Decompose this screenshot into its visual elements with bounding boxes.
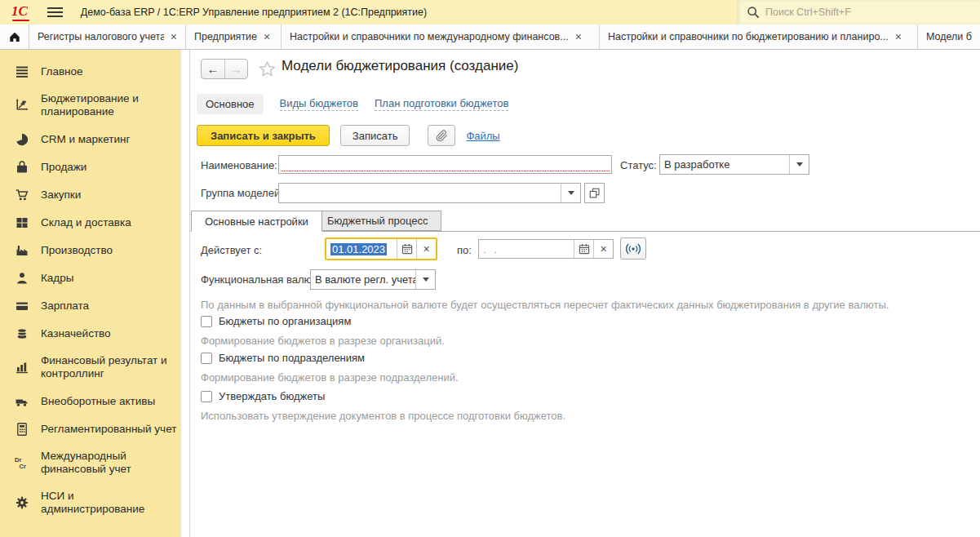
forward-button[interactable]: → — [224, 60, 247, 78]
sidebar-splitter[interactable] — [181, 50, 189, 537]
nav-item-budget-kinds[interactable]: Виды бюджетов — [280, 97, 358, 111]
name-input[interactable] — [279, 156, 611, 173]
search-input[interactable] — [765, 7, 980, 18]
main-menu-hamburger-icon[interactable] — [47, 7, 63, 17]
attach-files-button[interactable] — [428, 125, 455, 146]
periodicity-waves-icon — [626, 242, 641, 256]
factory-icon — [14, 243, 29, 258]
gear-icon — [14, 495, 29, 510]
sidebar-item-sales[interactable]: Продажи — [0, 153, 181, 181]
budget-chart-icon — [14, 98, 29, 113]
tab-budgeting-settings[interactable]: Настройки и справочники по бюджетировани… — [600, 24, 918, 49]
sidebar-item-assets[interactable]: Внеоборотные активы — [0, 388, 181, 415]
warehouse-grid-icon — [14, 215, 29, 230]
tab-budget-models[interactable]: Модели бю — [918, 24, 980, 49]
checkbox-hint: Формирование бюджетов в разрезе подразде… — [201, 371, 459, 384]
valid-to-calendar-button[interactable] — [574, 240, 593, 258]
payroll-card-icon — [14, 299, 29, 313]
calendar-icon — [401, 243, 413, 255]
back-button[interactable]: ← — [202, 60, 224, 78]
checkbox-approve-budgets[interactable]: Утверждать бюджеты — [201, 390, 325, 402]
nav-item-main[interactable]: Основное — [197, 94, 264, 114]
calendar-icon — [579, 243, 590, 255]
valid-to-field[interactable]: . . × — [478, 239, 614, 259]
checkbox-icon — [201, 316, 212, 327]
checkbox-budgets-by-dept[interactable]: Бюджеты по подразделениям — [201, 352, 365, 364]
currency-combobox[interactable]: В валюте регл. учета — [310, 269, 436, 290]
group-value — [279, 184, 561, 202]
sidebar-item-main[interactable]: Главное — [0, 58, 181, 86]
tab-home[interactable] — [0, 24, 29, 49]
menu-lines-icon — [14, 64, 29, 79]
valid-from-clear-button[interactable]: × — [416, 239, 436, 259]
valid-to-clear-button[interactable]: × — [593, 240, 613, 258]
favorite-star-icon[interactable] — [259, 60, 276, 78]
sidebar-item-payroll[interactable]: Зарплата — [0, 292, 181, 320]
checkbox-budgets-by-org[interactable]: Бюджеты по организациям — [201, 315, 351, 327]
svg-text:Cr: Cr — [20, 463, 26, 470]
page-title: Модели бюджетирования (создание) — [282, 58, 518, 74]
checkbox-label: Бюджеты по подразделениям — [219, 352, 365, 364]
tab-budget-process[interactable]: Бюджетный процесс — [314, 211, 441, 231]
valid-to-label: по: — [457, 244, 472, 256]
files-link[interactable]: Файлы — [466, 130, 499, 142]
currency-note: По данным в выбранной функциональной вал… — [201, 299, 889, 311]
checkbox-hint: Использовать утверждение документов в пр… — [201, 410, 565, 422]
group-dropdown-button[interactable] — [561, 184, 580, 202]
sidebar-item-nsi-admin[interactable]: НСИ и администрирование — [0, 483, 181, 523]
checkbox-label: Утверждать бюджеты — [219, 390, 325, 402]
sidebar-item-production[interactable]: Производство — [0, 237, 181, 264]
sidebar-item-purchases[interactable]: Закупки — [0, 181, 181, 209]
paperclip-icon — [436, 130, 448, 142]
save-button[interactable]: Записать — [340, 125, 410, 146]
bar-chart-icon — [14, 360, 29, 375]
periodicity-button[interactable] — [620, 237, 646, 260]
close-icon[interactable]: × — [264, 31, 270, 42]
tab-tax-registers[interactable]: Регистры налогового учета × — [29, 24, 186, 49]
sidebar-item-crm[interactable]: CRM и маркетинг — [0, 126, 181, 153]
close-icon[interactable]: × — [575, 31, 582, 42]
sidebar-item-ifrs[interactable]: DrCr Международный финансовый учет — [0, 443, 181, 483]
valid-from-field[interactable]: 01.01.2023 × — [325, 237, 437, 260]
open-form-icon — [588, 187, 601, 199]
1c-logo: 1С — [11, 3, 28, 21]
valid-from-value: 01.01.2023 — [330, 243, 387, 255]
sidebar-item-finresult[interactable]: Финансовый результат и контроллинг — [0, 348, 181, 388]
chevron-down-icon — [423, 277, 429, 282]
tab-basic-settings[interactable]: Основные настройки — [191, 211, 322, 232]
ledger-icon — [14, 422, 29, 437]
group-combobox[interactable] — [278, 183, 581, 203]
save-and-close-button[interactable]: Записать и закрыть — [197, 125, 330, 146]
sidebar-item-budgeting[interactable]: Бюджетирование и планирование — [0, 86, 181, 126]
home-icon — [8, 30, 21, 43]
name-field — [278, 155, 612, 174]
group-open-button[interactable] — [584, 183, 605, 203]
tab-enterprise[interactable]: Предприятие × — [186, 24, 282, 49]
app-window: 1С Демо-база ERP / 1С:ERP Управление пре… — [0, 0, 980, 537]
search-icon — [747, 6, 760, 19]
valid-from-calendar-button[interactable] — [397, 239, 416, 259]
person-icon — [14, 271, 29, 286]
sidebar-item-treasury[interactable]: Казначейство — [0, 320, 181, 348]
close-icon[interactable]: × — [171, 31, 177, 42]
nav-item-prep-plan[interactable]: План подготовки бюджетов — [375, 97, 508, 111]
currency-dropdown-button[interactable] — [415, 270, 435, 289]
form-nav: Основное Виды бюджетов План подготовки б… — [197, 93, 508, 114]
chevron-down-icon — [568, 191, 574, 195]
valid-from-label: Действует с: — [201, 244, 262, 256]
sidebar-item-regulated[interactable]: Регламентированный учет — [0, 415, 181, 443]
sidebar-item-warehouse[interactable]: Склад и доставка — [0, 209, 181, 237]
app-title: Демо-база ERP / 1С:ERP Управление предпр… — [81, 7, 427, 18]
sidebar-item-hr[interactable]: Кадры — [0, 264, 181, 292]
cart-icon — [14, 188, 29, 202]
group-label: Группа моделей: — [201, 187, 283, 199]
checkbox-icon — [201, 391, 212, 402]
global-search — [737, 0, 980, 24]
tab-ifrs-settings[interactable]: Настройки и справочники по международном… — [282, 24, 600, 49]
form-content: ← → Модели бюджетирования (создание) Осн… — [189, 50, 980, 537]
status-dropdown-button[interactable] — [789, 155, 809, 174]
window-tabbar: Регистры налогового учета × Предприятие … — [0, 24, 980, 50]
status-label: Статус: — [620, 159, 657, 171]
close-icon[interactable]: × — [895, 31, 902, 42]
status-combobox[interactable]: В разработке — [659, 154, 809, 175]
